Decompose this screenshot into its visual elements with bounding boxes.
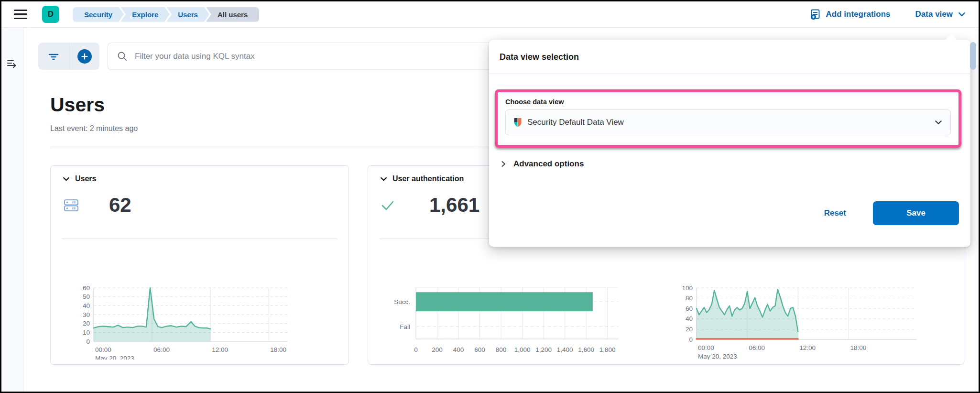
popover-divider — [489, 74, 970, 74]
svg-text:May 20, 2023: May 20, 2023 — [698, 353, 737, 360]
svg-text:0: 0 — [414, 346, 418, 353]
add-filter-button[interactable] — [69, 43, 99, 70]
svg-text:40: 40 — [83, 302, 90, 309]
svg-text:0: 0 — [86, 338, 90, 345]
svg-text:12:00: 12:00 — [212, 346, 228, 353]
svg-text:18:00: 18:00 — [270, 346, 286, 353]
add-integrations-button[interactable]: Add integrations — [810, 9, 891, 20]
svg-text:1,600: 1,600 — [578, 346, 594, 353]
top-header: D Security Explore Users All users Add i… — [1, 1, 979, 28]
users-count: 62 — [109, 194, 131, 217]
svg-text:May 20, 2023: May 20, 2023 — [95, 355, 134, 360]
users-card-title: Users — [75, 175, 96, 183]
svg-text:00:00: 00:00 — [95, 346, 111, 353]
svg-text:06:00: 06:00 — [153, 346, 170, 353]
expand-sidebar-icon[interactable] — [6, 57, 19, 71]
svg-text:400: 400 — [453, 346, 464, 353]
breadcrumb-users[interactable]: Users — [166, 7, 209, 22]
svg-text:20: 20 — [83, 320, 90, 327]
users-area-chart: 00:00May 20, 202306:0012:0018:0001020304… — [69, 285, 337, 361]
svg-text:06:00: 06:00 — [749, 344, 765, 351]
data-view-menu-button[interactable]: Data view — [915, 10, 966, 19]
breadcrumb-all-users: All users — [206, 7, 259, 22]
svg-text:00:00: 00:00 — [698, 344, 714, 351]
auth-charts-row: 02004006008001,0001,2001,4001,6001,800Su… — [380, 284, 952, 361]
chevron-down-icon — [62, 175, 70, 183]
users-stat-row: 62 — [62, 193, 337, 218]
data-view-select[interactable]: Security Default Data View — [505, 109, 951, 135]
auth-area-chart: 00:00May 20, 202306:0012:0018:0002040608… — [673, 284, 940, 361]
svg-text:1,200: 1,200 — [535, 346, 552, 353]
popover-actions: Reset Save — [821, 201, 959, 225]
svg-text:200: 200 — [432, 346, 443, 353]
svg-text:50: 50 — [83, 293, 90, 300]
chevron-down-icon — [380, 175, 388, 183]
filter-options-button[interactable] — [38, 43, 69, 70]
hamburger-menu-icon[interactable] — [14, 10, 27, 20]
svg-text:1,400: 1,400 — [557, 346, 573, 353]
svg-text:40: 40 — [686, 315, 693, 322]
svg-text:Succ.: Succ. — [394, 298, 410, 306]
vertical-scrollbar-thumb[interactable] — [970, 42, 976, 70]
chevron-right-icon — [500, 160, 507, 168]
auth-success-count: 1,661 — [429, 194, 479, 217]
svg-text:800: 800 — [496, 346, 507, 353]
choose-data-view-label: Choose data view — [505, 98, 951, 106]
svg-text:10: 10 — [83, 329, 90, 336]
app-window: D Security Explore Users All users Add i… — [0, 0, 980, 393]
popover-title: Data view selection — [489, 40, 970, 62]
svg-text:30: 30 — [83, 311, 90, 318]
selected-data-view-label: Security Default Data View — [527, 118, 624, 127]
svg-text:60: 60 — [83, 285, 90, 292]
svg-text:80: 80 — [686, 295, 693, 302]
reset-button[interactable]: Reset — [821, 208, 849, 218]
plus-circle-icon — [77, 49, 92, 64]
chevron-down-icon — [958, 10, 966, 19]
svg-text:1,800: 1,800 — [599, 346, 616, 353]
annotation-highlight-box: Choose data view Security Default Data V… — [495, 89, 961, 148]
auth-card-title: User authentication — [392, 175, 464, 183]
breadcrumb: Security Explore Users All users — [73, 7, 259, 22]
svg-text:0: 0 — [689, 336, 693, 343]
users-card-header[interactable]: Users — [62, 175, 337, 183]
filter-lines-icon — [48, 52, 59, 61]
card-divider — [62, 239, 337, 239]
deployment-logo[interactable]: D — [42, 6, 59, 23]
svg-text:60: 60 — [686, 305, 693, 312]
storage-hosts-icon — [62, 196, 80, 214]
header-actions: Add integrations Data view — [810, 9, 967, 20]
check-icon — [380, 197, 396, 213]
data-view-selection-popover: Data view selection Choose data view Sec… — [489, 40, 970, 247]
svg-text:20: 20 — [686, 326, 693, 333]
svg-text:18:00: 18:00 — [850, 344, 866, 351]
breadcrumb-explore[interactable]: Explore — [120, 7, 170, 22]
chevron-down-icon — [934, 118, 943, 127]
save-button[interactable]: Save — [873, 201, 959, 225]
search-icon — [117, 51, 128, 62]
svg-text:Fail: Fail — [400, 323, 410, 330]
svg-text:100: 100 — [682, 284, 693, 292]
add-integrations-icon — [810, 9, 821, 20]
breadcrumb-security[interactable]: Security — [73, 7, 124, 22]
users-card: Users 62 00:00May 20, 202306:0012:0018:0… — [50, 165, 349, 365]
collapsed-sidebar — [1, 28, 23, 392]
filter-button-group — [38, 43, 99, 70]
svg-text:12:00: 12:00 — [799, 344, 816, 351]
svg-text:600: 600 — [474, 346, 485, 353]
advanced-options-toggle[interactable]: Advanced options — [500, 159, 970, 169]
svg-text:1,000: 1,000 — [514, 346, 531, 353]
auth-result-bar-chart: 02004006008001,0001,2001,4001,6001,800Su… — [378, 284, 626, 361]
security-shield-icon — [513, 118, 522, 127]
